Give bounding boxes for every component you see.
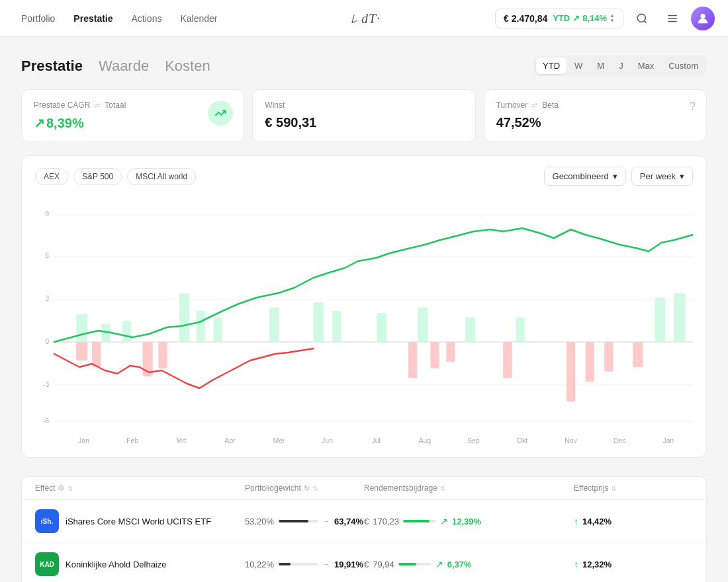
- rendement-cell-0: € 170,23 ↗ 12,39%: [364, 516, 574, 526]
- sort-icon-effect[interactable]: ⇅: [68, 485, 73, 492]
- effectprijs-val-0: 14,42%: [582, 517, 612, 526]
- svg-text:Jan: Jan: [662, 436, 674, 444]
- header: Portfolio Prestatie Actions Kalender ꒒dT…: [0, 0, 728, 37]
- time-filter-group: YTD W M J Max Custom: [534, 56, 707, 76]
- index-sp500[interactable]: S&P 500: [73, 168, 122, 185]
- svg-rect-48: [158, 342, 167, 368]
- page-tabs: Prestatie Waarde Kosten YTD W M J Max Cu…: [21, 56, 707, 76]
- time-ytd[interactable]: YTD: [536, 58, 567, 74]
- weight-to-1: 19,91%: [334, 560, 363, 569]
- svg-rect-32: [122, 321, 131, 342]
- nav-kalender[interactable]: Kalender: [172, 9, 225, 28]
- svg-rect-45: [76, 342, 87, 360]
- svg-text:Mrt: Mrt: [176, 436, 186, 444]
- rendement-val-1: 79,94: [373, 560, 394, 569]
- effectprijs-cell-0: ↑ 14,42%: [574, 516, 693, 526]
- rendement-pct-0: 12,39%: [452, 517, 481, 526]
- chart-controls: AEX S&P 500 MSCI All world Gecombineerd …: [35, 167, 693, 186]
- metric-cards: Prestatie CAGR ⇌ Totaal ↗8,39% Winst € 5…: [21, 89, 707, 142]
- svg-text:3: 3: [45, 294, 49, 302]
- weight-bar-0: [279, 520, 318, 522]
- th-rendement: Rendementsbijdrage ⇅: [364, 483, 574, 493]
- time-custom[interactable]: Custom: [662, 58, 705, 74]
- rendement-arrow-1: ↗: [435, 559, 443, 569]
- svg-text:0: 0: [45, 337, 49, 345]
- effect-cell-1: KAD Koninklijke Ahold Delhaize: [35, 552, 245, 576]
- time-m[interactable]: M: [590, 58, 611, 74]
- nav-portfolio[interactable]: Portfolio: [13, 9, 63, 28]
- rendement-eur-1: €: [364, 560, 369, 569]
- rendement-pct-1: 6,37%: [447, 560, 472, 569]
- svg-rect-41: [465, 317, 475, 342]
- ytd-arrows: ▲ ▼: [610, 13, 615, 24]
- table-row: iSh. iShares Core MSCI World UCITS ETF 5…: [22, 500, 706, 543]
- menu-button[interactable]: [660, 7, 684, 30]
- effectprijs-arrow-1: ↑: [574, 559, 578, 569]
- sort-icon-portfolio[interactable]: ⇅: [312, 485, 318, 492]
- svg-rect-40: [418, 308, 428, 342]
- svg-text:Okt: Okt: [517, 436, 527, 444]
- svg-rect-56: [633, 342, 643, 367]
- tab-kosten[interactable]: Kosten: [165, 58, 210, 75]
- settings-icon[interactable]: ⚙: [58, 483, 65, 493]
- sort-icon-effectprijs[interactable]: ⇅: [611, 485, 616, 492]
- svg-text:9: 9: [45, 210, 49, 218]
- chart-right-controls: Gecombineerd ▾ Per week ▾: [544, 167, 693, 186]
- sort-icon-rendement[interactable]: ⇅: [440, 485, 445, 492]
- svg-rect-50: [430, 342, 439, 368]
- svg-text:-3: -3: [43, 380, 49, 388]
- rendement-arrow-0: ↗: [440, 516, 448, 526]
- svg-text:Sep: Sep: [467, 436, 480, 444]
- svg-rect-38: [332, 311, 341, 342]
- nav-prestatie[interactable]: Prestatie: [66, 9, 120, 28]
- weight-cell-0: 53,20% → 63,74%: [245, 517, 364, 526]
- winst-card: Winst € 590,31: [252, 89, 475, 142]
- tab-prestatie[interactable]: Prestatie: [21, 58, 83, 75]
- rendement-cell-1: € 79,94 ↗ 6,37%: [364, 559, 574, 569]
- rendement-bar-0: [403, 520, 436, 522]
- ytd-label: YTD: [553, 13, 570, 23]
- svg-rect-42: [516, 317, 524, 342]
- holdings-table: Effect ⚙ ⇅ Portfoliogewicht ↻ ⇅ Rendemen…: [21, 476, 707, 582]
- svg-point-4: [700, 13, 705, 18]
- view-dropdown[interactable]: Gecombineerd ▾: [544, 167, 626, 186]
- weight-to-0: 63,74%: [334, 517, 363, 526]
- svg-rect-51: [446, 342, 455, 362]
- turnover-title: Turnover ⇌ Beta: [496, 101, 694, 110]
- weight-cell-1: 10,22% → 19,91%: [245, 560, 364, 569]
- index-aex[interactable]: AEX: [35, 168, 68, 185]
- turnover-value: 47,52%: [496, 115, 694, 130]
- weight-arrow-0: →: [322, 517, 330, 526]
- weight-from-0: 53,20%: [245, 517, 275, 526]
- th-portfoliogewicht: Portfoliogewicht ↻ ⇅: [245, 483, 364, 493]
- refresh-icon[interactable]: ↻: [304, 484, 310, 493]
- time-max[interactable]: Max: [631, 58, 661, 74]
- tab-waarde[interactable]: Waarde: [99, 58, 149, 75]
- period-dropdown[interactable]: Per week ▾: [631, 167, 693, 186]
- weight-from-1: 10,22%: [245, 560, 275, 569]
- chart-area: 9 6 3 0 -3 -6 Jan Feb Mrt Apr Mei Jun: [35, 195, 693, 446]
- index-msci[interactable]: MSCI All world: [127, 168, 196, 185]
- help-icon[interactable]: ?: [690, 101, 696, 112]
- chevron-down-icon-2: ▾: [680, 171, 684, 181]
- time-w[interactable]: W: [568, 58, 589, 74]
- cagr-value: ↗8,39%: [34, 115, 232, 131]
- svg-rect-53: [567, 342, 575, 401]
- svg-rect-52: [503, 342, 512, 378]
- chevron-down-icon: ▾: [613, 171, 617, 181]
- svg-rect-46: [92, 342, 101, 367]
- chart-container: AEX S&P 500 MSCI All world Gecombineerd …: [21, 155, 707, 458]
- app-logo: ꒒dT·: [347, 10, 381, 27]
- effect-logo-1: KAD: [35, 552, 59, 576]
- svg-text:Apr: Apr: [224, 436, 236, 444]
- time-j[interactable]: J: [612, 58, 630, 74]
- user-avatar[interactable]: [691, 7, 715, 30]
- effect-logo-0: iSh.: [35, 509, 59, 533]
- svg-rect-35: [214, 317, 222, 342]
- svg-rect-44: [674, 293, 685, 342]
- effectprijs-cell-1: ↑ 12,32%: [574, 559, 693, 569]
- winst-title: Winst: [265, 101, 463, 110]
- svg-rect-54: [586, 342, 594, 382]
- nav-actions[interactable]: Actions: [124, 9, 170, 28]
- search-button[interactable]: [630, 7, 654, 30]
